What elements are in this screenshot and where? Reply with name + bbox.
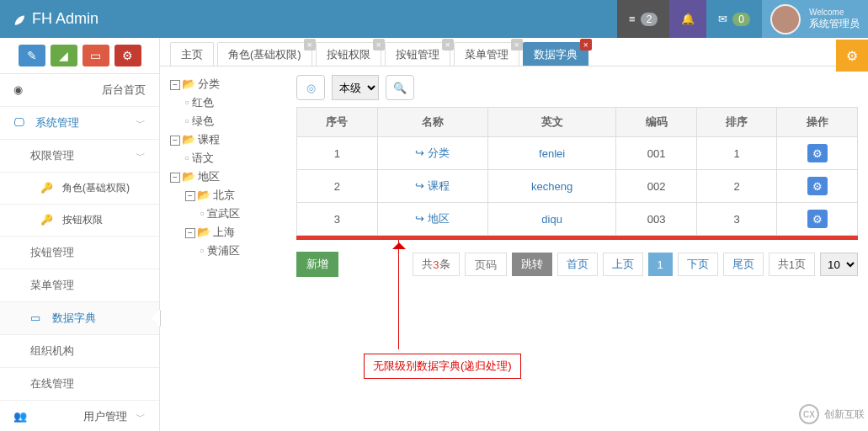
pager-pages-total: 共1页 [769,253,815,276]
settings-panel-button[interactable]: ⚙ [836,40,868,72]
tree-label: 上海 [213,226,235,238]
mini-toolbar: ✎ ◢ ▭ ⚙ [0,38,159,74]
chevron-down-icon: ﹀ [136,410,146,424]
cell-en[interactable]: kecheng [487,170,615,203]
header-mail-button[interactable]: ✉ 0 [706,0,762,38]
mini-settings-button[interactable]: ⚙ [114,45,141,67]
search-button[interactable]: 🔍 [386,75,414,100]
cell-name[interactable]: ↪ 分类 [377,137,487,170]
folder-icon: 📂 [182,77,195,90]
cell-code: 001 [616,137,697,170]
file-icon: ▫ [185,114,189,127]
mini-edit-button[interactable]: ✎ [19,45,45,67]
tree-node[interactable]: ▫宣武区 [170,205,288,223]
header-tasks-button[interactable]: ≡ 2 [617,0,669,38]
tab-data-dict[interactable]: 数据字典× [523,42,588,66]
col-index: 序号 [297,108,378,137]
nav-menu-manage[interactable]: 菜单管理 [0,269,159,302]
nav-label: 角色(基础权限) [62,181,130,195]
pager-last[interactable]: 尾页 [723,253,764,276]
annotation-arrowline [398,240,399,349]
level-select[interactable]: 本级 [332,75,379,100]
refresh-button[interactable]: ◎ [296,75,325,100]
tree-node[interactable]: −📂上海 [170,223,288,242]
table-row: 3↪ 地区diqu0033⚙ [297,203,858,236]
collapse-icon[interactable]: − [170,80,180,90]
tree-node[interactable]: ▫黄浦区 [170,242,288,260]
tab-label: 主页 [181,47,203,62]
username: 系统管理员 [809,18,860,31]
tree-label: 红色 [192,96,214,109]
add-button[interactable]: 新增 [296,252,338,277]
pager-jump[interactable]: 跳转 [512,253,552,276]
tab-menu-manage[interactable]: 菜单管理× [454,42,519,66]
collapse-icon[interactable]: − [170,173,180,183]
row-settings-button[interactable]: ⚙ [807,177,828,195]
tab-label: 按钮权限 [327,47,370,62]
nav-role-basic[interactable]: 🔑角色(基础权限) [0,173,159,205]
bell-icon: 🔔 [681,13,695,25]
row-settings-button[interactable]: ⚙ [807,210,828,228]
pager-size-select[interactable]: 10 [820,253,858,276]
col-code: 编码 [616,108,697,137]
tab-role[interactable]: 角色(基础权限)× [217,42,312,66]
pager-next[interactable]: 下页 [678,253,718,276]
nav-user-manage[interactable]: 👥用户管理﹀ [0,401,159,431]
tree-node[interactable]: −📂分类 [170,75,288,93]
leaf-icon [12,12,27,27]
tree-node[interactable]: −📂课程 [170,130,288,149]
tab-home[interactable]: 主页 [170,42,214,66]
close-icon[interactable]: × [373,39,385,51]
mini-chart-button[interactable]: ◢ [51,45,77,67]
pager-prev[interactable]: 上页 [603,253,643,276]
close-icon[interactable]: × [442,39,454,51]
nav-button-permission[interactable]: 🔑按钮权限 [0,205,159,237]
mail-icon: ✉ [718,13,727,25]
row-settings-button[interactable]: ⚙ [807,144,828,162]
book-icon: ▭ [30,311,44,325]
gear-icon: ⚙ [846,48,858,64]
collapse-icon[interactable]: − [170,136,180,146]
cell-name[interactable]: ↪ 地区 [377,203,487,236]
key-icon: 🔑 [40,214,54,227]
collapse-icon[interactable]: − [185,191,195,201]
nav-online[interactable]: 在线管理 [0,368,159,401]
nav-permission-manage[interactable]: 权限管理﹀ [0,140,159,173]
pager-first[interactable]: 首页 [557,253,598,276]
nav-dashboard[interactable]: ◉后台首页 [0,74,159,107]
nav-button-manage[interactable]: 按钮管理 [0,237,159,269]
pager-page-1[interactable]: 1 [648,253,673,276]
toolbar: ◎ 本级 🔍 [296,75,858,100]
brand-text: FH Admin [32,10,99,28]
nav-label: 按钮管理 [30,245,74,260]
tree-node[interactable]: −📂北京 [170,186,288,205]
close-icon[interactable]: × [580,39,592,51]
highlight-bar [296,236,858,240]
tree-label: 地区 [198,170,220,183]
tab-btn-manage[interactable]: 按钮管理× [385,42,450,66]
pager-page-input[interactable] [465,253,507,276]
tree-node[interactable]: ▫语文 [170,149,288,168]
tree-node[interactable]: ▫红色 [170,93,288,112]
header-alerts-button[interactable]: 🔔 [669,0,706,38]
file-icon: ▫ [200,207,205,220]
header-user-menu[interactable]: Welcome 系统管理员 [762,0,868,38]
nav-label: 用户管理 [83,409,127,424]
cell-en[interactable]: diqu [487,203,615,236]
nav-org[interactable]: 组织机构 [0,335,159,368]
close-icon[interactable]: × [304,39,316,51]
cell-en[interactable]: fenlei [487,137,615,170]
close-icon[interactable]: × [511,39,523,51]
cell-name[interactable]: ↪ 课程 [377,170,487,203]
nav-data-dict[interactable]: ▭数据字典 [0,302,159,335]
collapse-icon[interactable]: − [185,228,195,238]
tree-node[interactable]: −📂地区 [170,168,288,186]
nav-system-manage[interactable]: 🖵系统管理﹀ [0,107,159,140]
tab-btn-perm[interactable]: 按钮权限× [316,42,381,66]
table-row: 1↪ 分类fenlei0011⚙ [297,137,858,170]
nav-label: 后台首页 [102,82,146,98]
col-name: 名称 [377,108,487,137]
tree-label: 宣武区 [207,207,240,220]
mini-book-button[interactable]: ▭ [83,45,109,67]
tree-node[interactable]: ▫绿色 [170,112,288,130]
